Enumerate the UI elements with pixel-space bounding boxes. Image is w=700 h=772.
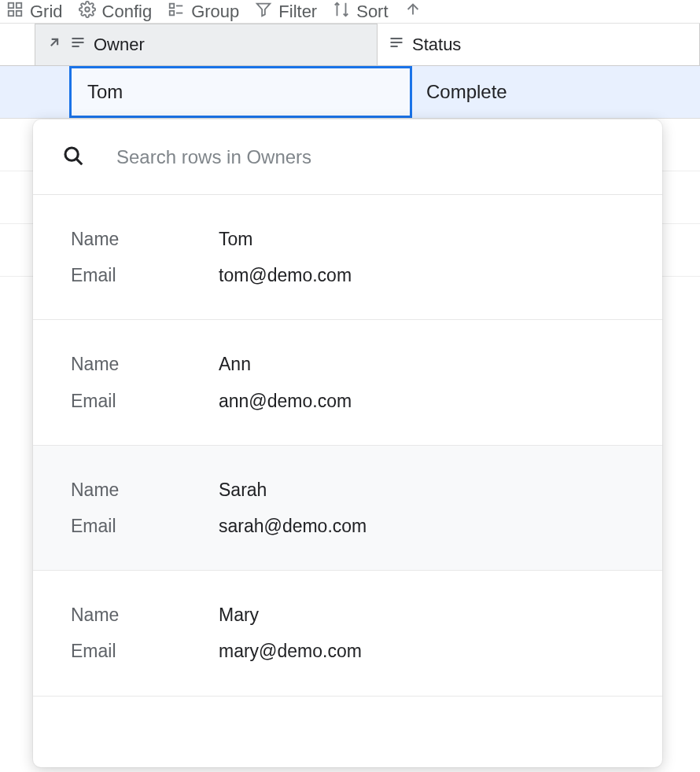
result-field-value: sarah@demo.com (219, 513, 367, 539)
gear-icon (79, 1, 96, 23)
cell-value: Tom (87, 81, 123, 103)
toolbar-item-filter[interactable]: Filter (255, 1, 317, 23)
result-field-value: tom@demo.com (219, 263, 352, 288)
svg-rect-6 (170, 10, 175, 15)
svg-point-16 (65, 148, 78, 160)
table-header: Owner Status (0, 24, 700, 66)
result-field-label: Name (71, 226, 219, 252)
result-field-label: Name (71, 477, 219, 502)
toolbar-label: Sort (356, 2, 388, 22)
toolbar-label: Config (102, 2, 153, 22)
cell-value: Complete (426, 81, 507, 103)
svg-marker-9 (257, 3, 271, 16)
row-spacer (0, 66, 35, 118)
arrow-up-right-icon (46, 35, 62, 55)
toolbar: Grid Config Group Filter Sort (0, 0, 700, 24)
svg-rect-5 (170, 3, 175, 8)
result-field-label: Email (71, 513, 219, 539)
toolbar-label: Grid (30, 2, 63, 22)
svg-line-17 (76, 159, 82, 164)
result-field-value: Ann (219, 351, 251, 377)
result-field-value: mary@demo.com (219, 638, 362, 664)
dropdown-footer (33, 697, 662, 767)
sort-icon (333, 1, 350, 23)
svg-point-4 (85, 7, 90, 12)
column-header-status[interactable]: Status (378, 24, 700, 65)
lookup-result[interactable]: Name Sarah Email sarah@demo.com (33, 446, 662, 571)
result-field-label: Name (71, 351, 219, 377)
svg-rect-2 (9, 10, 13, 15)
result-field-value: Sarah (219, 477, 267, 502)
toolbar-item-grid[interactable]: Grid (6, 1, 63, 23)
lookup-result[interactable]: Name Tom Email tom@demo.com (33, 195, 662, 320)
svg-rect-1 (17, 2, 21, 7)
upload-icon (404, 1, 422, 23)
group-icon (168, 1, 185, 23)
cell-status[interactable]: Complete (412, 66, 700, 118)
svg-rect-0 (9, 2, 13, 7)
search-icon (61, 144, 85, 171)
toolbar-item-upload[interactable] (404, 1, 422, 23)
toolbar-label: Group (191, 2, 239, 22)
grid-icon (6, 1, 24, 23)
search-bar (33, 119, 662, 195)
filter-icon (255, 1, 272, 23)
result-field-label: Email (71, 638, 219, 664)
column-label: Status (412, 35, 461, 55)
result-field-value: Tom (219, 226, 252, 252)
column-label: Owner (94, 35, 145, 55)
result-field-label: Email (71, 388, 219, 414)
toolbar-item-group[interactable]: Group (168, 1, 239, 23)
result-field-value: ann@demo.com (219, 388, 352, 414)
search-input[interactable] (116, 146, 634, 168)
result-field-value: Mary (219, 602, 259, 627)
lookup-result[interactable]: Name Mary Email mary@demo.com (33, 571, 662, 696)
cell-owner[interactable]: Tom (69, 66, 412, 118)
table-row[interactable]: Tom Complete (0, 66, 700, 119)
svg-rect-3 (17, 10, 21, 15)
notes-icon (389, 35, 404, 55)
result-field-label: Name (71, 602, 219, 627)
toolbar-item-sort[interactable]: Sort (333, 1, 388, 23)
toolbar-item-config[interactable]: Config (79, 1, 153, 23)
column-header-owner[interactable]: Owner (35, 24, 378, 65)
lookup-result[interactable]: Name Ann Email ann@demo.com (33, 320, 662, 445)
result-field-label: Email (71, 263, 219, 288)
lookup-dropdown: Name Tom Email tom@demo.com Name Ann Ema… (33, 119, 662, 767)
toolbar-label: Filter (278, 2, 317, 22)
notes-icon (70, 35, 86, 55)
